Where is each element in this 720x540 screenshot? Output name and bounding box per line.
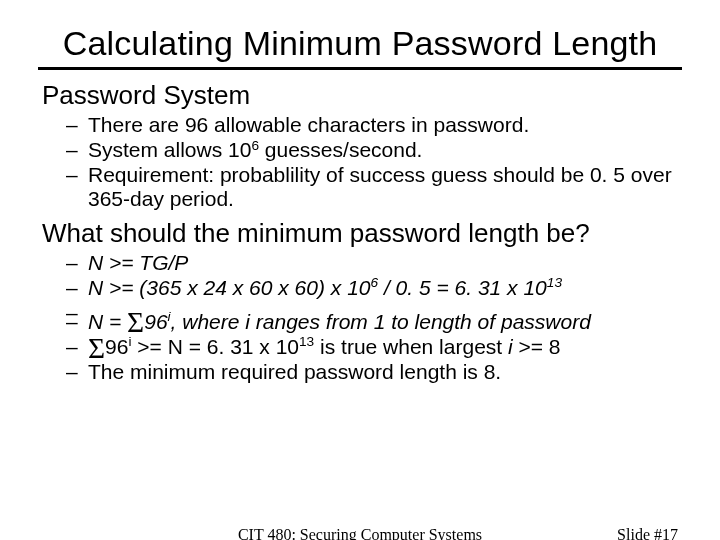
- list-item: The minimum required password length is …: [88, 360, 682, 384]
- superscript: 13: [299, 334, 314, 349]
- bullet-text: guesses/second.: [259, 138, 422, 161]
- footer-slide-number: Slide #17: [617, 526, 678, 540]
- list-item: System allows 106 guesses/second.: [88, 138, 682, 162]
- spacer: [88, 301, 682, 309]
- list-item: Requirement: probablility of success gue…: [88, 163, 682, 211]
- superscript: 6: [371, 275, 379, 290]
- list-item: N >= (365 x 24 x 60 x 60) x 106 / 0. 5 =…: [88, 276, 682, 300]
- bullet-text: N >= TG/P: [88, 251, 188, 274]
- slide-title: Calculating Minimum Password Length: [38, 24, 682, 63]
- bullet-text: >= 8: [513, 335, 561, 358]
- bullet-text: N =: [88, 310, 127, 333]
- bullet-text: System allows 10: [88, 138, 251, 161]
- bullet-text: N >= (365 x 24 x 60 x 60) x 10: [88, 276, 371, 299]
- list-item: Σ96i >= N = 6. 31 x 1013 is true when la…: [88, 335, 682, 359]
- list-item: N = Σ96i, where i ranges from 1 to lengt…: [88, 310, 682, 334]
- bullet-text: There are 96 allowable characters in pas…: [88, 113, 529, 136]
- superscript: 13: [547, 275, 562, 290]
- bullet-list-2: N >= TG/P N >= (365 x 24 x 60 x 60) x 10…: [38, 251, 682, 385]
- superscript: i: [168, 309, 171, 324]
- footer-center: CIT 480: Securing Computer Systems: [0, 526, 720, 540]
- bullet-text: / 0. 5 = 6. 31 x 10: [378, 276, 547, 299]
- list-item: N >= TG/P: [88, 251, 682, 275]
- bullet-text: >= N = 6. 31 x 10: [132, 335, 300, 358]
- superscript: 6: [251, 138, 259, 153]
- bullet-text: is true when largest: [314, 335, 508, 358]
- title-rule: [38, 67, 682, 70]
- list-item: There are 96 allowable characters in pas…: [88, 113, 682, 137]
- bullet-text: 96: [144, 310, 167, 333]
- bullet-text: 96: [105, 335, 128, 358]
- slide: Calculating Minimum Password Length Pass…: [0, 0, 720, 540]
- section-heading-1: Password System: [42, 80, 682, 111]
- bullet-text: Requirement: probablility of success gue…: [88, 163, 672, 210]
- superscript: i: [128, 334, 131, 349]
- bullet-text: , where i ranges from 1 to length of pas…: [171, 310, 591, 333]
- bullet-list-1: There are 96 allowable characters in pas…: [38, 113, 682, 212]
- section-heading-2: What should the minimum password length …: [42, 218, 682, 249]
- bullet-text: The minimum required password length is …: [88, 360, 501, 383]
